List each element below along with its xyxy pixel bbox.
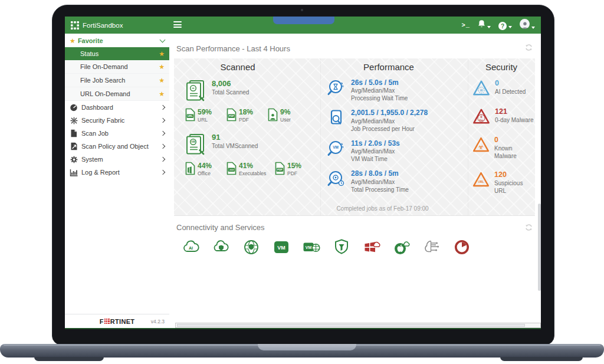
top-navbar: FortiSandbox >_ ? (65, 17, 541, 34)
star-icon: ★ (70, 38, 76, 44)
scanned-header: Scanned (185, 62, 291, 72)
total-vm-scanned-stat: VM 91 Total VMScanned (185, 133, 320, 156)
hamburger-menu-icon[interactable] (173, 21, 182, 28)
horizontal-scrollbar[interactable] (175, 323, 541, 328)
completed-jobs-note: Completed jobs as of Feb-17 09:00 (174, 205, 535, 212)
machine-learning-brain-icon[interactable] (423, 238, 441, 256)
exe-file-icon: .exe (226, 162, 237, 175)
suspicious-url-stat: URL 120 Suspicious URL (472, 170, 535, 195)
bar-chart-icon (70, 168, 78, 176)
scrollbar-thumb[interactable] (177, 324, 525, 327)
sidebar-item-file-on-demand[interactable]: File On-Demand ★ (65, 60, 169, 74)
vm-wait-time-stat: VM 11s / 2.0s / 53s Avg/Median/Max VM Wa… (327, 139, 468, 163)
bell-icon (478, 19, 485, 28)
vm-internet-icon[interactable]: VM (303, 238, 320, 256)
sidebar-item-status[interactable]: Status ★ (65, 47, 169, 60)
known-malware-stat: ☣ 0 Known Malware (472, 136, 535, 160)
scanned-breakdown-row: URL 59% URL PDF 18% PDF (185, 108, 320, 123)
web-filtering-globe-icon[interactable] (242, 238, 260, 256)
svg-text:VM: VM (191, 140, 195, 143)
svg-text:Day: Day (480, 119, 484, 122)
performance-column: Performance 26s / 5.0s / 5m Avg/Median/M… (320, 58, 468, 215)
version-label: v4.2.3 (151, 319, 165, 324)
url-triangle-icon: URL (472, 170, 490, 188)
sidebar-item-security-fabric[interactable]: Security Fabric (65, 114, 169, 127)
star-icon: ★ (159, 51, 165, 57)
svg-text:URL: URL (188, 114, 193, 117)
status-timer-icon[interactable] (453, 238, 471, 256)
user-file-icon (267, 108, 278, 122)
vm-icon[interactable]: VM (273, 238, 290, 256)
zero-day-malware-stat: 0 Day 121 0-day Malware (472, 107, 535, 125)
zero-day-triangle-icon: 0 Day (472, 107, 491, 125)
job-doc-icon (327, 109, 347, 129)
scanned-files-icon (185, 79, 207, 103)
ai-engine-icon[interactable]: AI (182, 238, 200, 256)
notifications-bell[interactable] (478, 19, 491, 31)
scan-performance-panel: Scan Performance - Last 4 Hours Scanned (174, 40, 535, 216)
chevron-right-icon (160, 170, 165, 175)
cloud-sandbox-icon[interactable] (212, 238, 230, 256)
user-avatar-icon (520, 19, 530, 29)
stat-pdf: PDF 18% PDF (226, 108, 265, 123)
sidebar-item-favorite[interactable]: ★ Favorite (65, 34, 169, 47)
svg-text:☣: ☣ (478, 143, 484, 150)
sidebar-item-log-report[interactable]: Log & Report (65, 166, 169, 179)
connectivity-panel: Connectivity and Services AI (174, 219, 535, 320)
help-menu[interactable]: ? (498, 20, 512, 31)
sidebar-item-dashboard[interactable]: Dashboard (65, 101, 169, 114)
refresh-icon[interactable] (525, 43, 533, 54)
fortinet-logo-grid (104, 319, 110, 324)
sidebar-item-scan-policy[interactable]: Scan Policy and Object (65, 140, 169, 153)
chevron-down-icon (160, 37, 166, 43)
caret-down-icon (531, 27, 535, 29)
stat-office: 44% Office (185, 162, 224, 177)
ai-detected-stat: AI 0 AI Detected (472, 79, 535, 97)
vertical-scrollbar[interactable] (538, 204, 541, 291)
pdf-file-icon: PDF (274, 162, 285, 175)
chevron-right-icon (160, 144, 165, 149)
ai-triangle-icon: AI (472, 79, 491, 97)
biohazard-triangle-icon: ☣ (472, 136, 490, 153)
chevron-right-icon (160, 118, 165, 123)
laptop-foot-left (34, 357, 104, 361)
services-row: AI (182, 238, 471, 256)
security-column: Security AI 0 AI Detected (468, 58, 535, 215)
panel-title: Scan Performance - Last 4 Hours (174, 40, 535, 53)
windows-vm-cloud-icon[interactable] (363, 238, 380, 256)
scanned-column: Scanned 8,006 Total Scanned (174, 58, 320, 215)
cli-console-icon[interactable]: >_ (461, 22, 470, 29)
fortinet-logo: F RTINET (100, 318, 135, 325)
screen: FortiSandbox >_ ? ★ Fav (65, 17, 541, 329)
laptop-foot-right (500, 357, 583, 361)
vm-breakdown-row: 44% Office .exe 41% Executables (185, 162, 320, 177)
processing-wait-time-stat: 26s / 5.0s / 5m Avg/Median/Max Processin… (327, 78, 468, 102)
svg-text:PDF: PDF (229, 114, 234, 117)
macos-vm-cloud-icon[interactable] (393, 238, 411, 256)
svg-text:URL: URL (478, 181, 484, 183)
stat-executables: .exe 41% Executables (226, 162, 272, 177)
blue-tab (273, 17, 334, 24)
user-menu[interactable] (520, 19, 535, 31)
pdf-file-icon: PDF (226, 108, 237, 122)
processing-time-icon (327, 169, 347, 189)
security-header: Security (472, 62, 531, 72)
star-icon: ★ (159, 77, 165, 84)
sidebar-item-url-on-demand[interactable]: URL On-Demand ★ (65, 87, 169, 101)
refresh-icon[interactable] (525, 223, 533, 234)
sidebar-item-system[interactable]: System (65, 153, 169, 166)
vm-scanned-icon: VM (185, 133, 207, 156)
svg-text:.exe: .exe (229, 168, 234, 171)
sidebar-item-file-job-search[interactable]: File Job Search ★ (65, 74, 169, 87)
fortinet-grid-icon (71, 21, 79, 29)
performance-header: Performance (327, 62, 451, 72)
chevron-right-icon (160, 131, 165, 136)
stat-pdf-vm: PDF 15% PDF (274, 162, 313, 177)
webcam-dot (301, 9, 303, 11)
sidebar-item-scan-job[interactable]: Scan Job (65, 127, 169, 140)
svg-text:PDF: PDF (277, 168, 283, 171)
star-icon: ★ (159, 91, 165, 97)
star-icon: ★ (159, 64, 165, 70)
policy-doc-icon (70, 142, 78, 150)
antivirus-shield-icon[interactable] (333, 238, 350, 256)
